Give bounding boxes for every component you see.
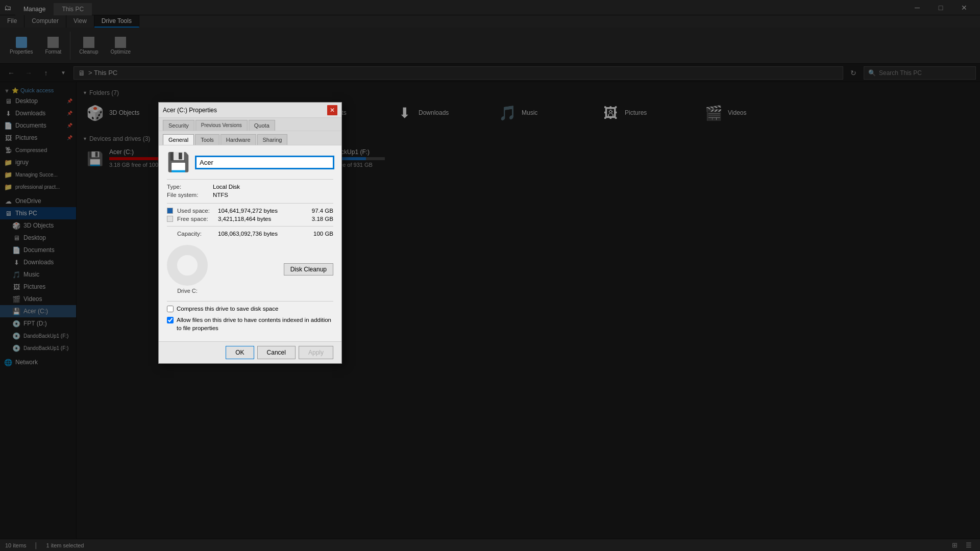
pie-chart-area: Drive C: [167, 245, 208, 294]
dialog-body: 💾 Type: Local Disk File system: NTFS Use… [159, 145, 341, 341]
info-table: Type: Local Disk File system: NTFS [167, 183, 333, 199]
capacity-gb: 100 GB [303, 231, 333, 237]
pie-chart [167, 245, 208, 286]
used-gb: 97.4 GB [303, 208, 333, 214]
capacity-bytes: 108,063,092,736 bytes [218, 231, 303, 237]
drive-icon-area: 💾 [167, 152, 333, 173]
type-value: Local Disk [213, 184, 240, 190]
properties-dialog: Acer (C:) Properties ✕ Security Previous… [158, 102, 342, 364]
cancel-button[interactable]: Cancel [257, 346, 296, 359]
dialog-tabs: Security Previous Versions Quota [159, 118, 341, 131]
type-label: Type: [167, 184, 213, 190]
free-label: Free space: [177, 216, 218, 222]
dialog-tab-prevversions[interactable]: Previous Versions [195, 120, 248, 131]
capacity-label: Capacity: [177, 231, 218, 237]
big-drive-icon: 💾 [167, 152, 190, 173]
divider1 [167, 179, 333, 180]
dialog-tab-quota[interactable]: Quota [249, 120, 275, 131]
used-color-box [167, 208, 173, 214]
ok-button[interactable]: OK [226, 346, 254, 359]
index-label: Allow files on this drive to have conten… [177, 316, 333, 332]
type-row: Type: Local Disk [167, 183, 333, 191]
fs-row: File system: NTFS [167, 191, 333, 199]
dialog-footer: OK Cancel Apply [159, 341, 341, 363]
dialog-title: Acer (C:) Properties [163, 107, 217, 114]
index-checkbox[interactable] [167, 317, 174, 323]
dialog-tab-security[interactable]: Security [163, 120, 194, 131]
dialog-overlay [0, 0, 980, 551]
compress-label: Compress this drive to save disk space [177, 305, 278, 313]
pie-free-arc [172, 250, 203, 281]
free-color-box [167, 216, 173, 222]
disk-cleanup-button[interactable]: Disk Cleanup [284, 263, 333, 276]
fs-label: File system: [167, 192, 213, 198]
free-space-row: Free space: 3,421,118,464 bytes 3.18 GB [167, 215, 333, 223]
drive-c-label: Drive C: [177, 288, 198, 294]
used-label: Used space: [177, 208, 218, 214]
capacity-row: Capacity: 108,063,092,736 bytes 100 GB [167, 230, 333, 238]
dialog-tab-tools[interactable]: Tools [195, 134, 219, 145]
capacity-placeholder [167, 231, 173, 237]
free-bytes: 3,421,118,464 bytes [218, 216, 303, 222]
compress-checkbox[interactable] [167, 306, 174, 312]
dialog-tab-hardware[interactable]: Hardware [220, 134, 256, 145]
fs-value: NTFS [213, 192, 228, 198]
drive-name-input[interactable] [196, 157, 333, 168]
used-bytes: 104,641,974,272 bytes [218, 208, 303, 214]
divider3 [167, 226, 333, 227]
dialog-tab-sharing[interactable]: Sharing [257, 134, 288, 145]
divider2 [167, 203, 333, 204]
apply-button[interactable]: Apply [299, 346, 333, 359]
divider4 [167, 301, 333, 302]
dialog-tabs2: General Tools Hardware Sharing [159, 131, 341, 145]
used-space-row: Used space: 104,641,974,272 bytes 97.4 G… [167, 207, 333, 215]
dialog-close-button[interactable]: ✕ [327, 105, 337, 115]
index-checkbox-row: Allow files on this drive to have conten… [167, 316, 333, 332]
free-gb: 3.18 GB [303, 216, 333, 222]
compress-checkbox-row: Compress this drive to save disk space [167, 305, 333, 313]
dialog-titlebar[interactable]: Acer (C:) Properties ✕ [159, 103, 341, 118]
dialog-tab-general[interactable]: General [163, 134, 194, 145]
